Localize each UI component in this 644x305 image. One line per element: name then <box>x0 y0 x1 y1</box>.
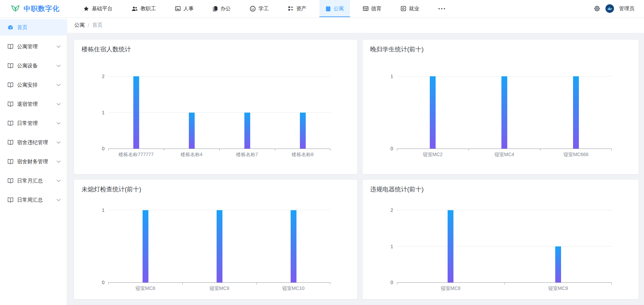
book-icon <box>8 63 13 68</box>
x-axis-label: 楼栋名称4 <box>164 152 219 158</box>
sidebar-item-label: 退宿管理 <box>17 101 57 107</box>
x-axis-labels: 楼栋名称777777楼栋名称4楼栋名称7楼栋名称8 <box>108 152 330 158</box>
nav-item-label: 基础平台 <box>92 5 112 12</box>
nav-item-hr[interactable]: 人事 <box>169 0 200 17</box>
x-axis-tick <box>505 282 505 284</box>
chevron-down-icon <box>57 46 61 48</box>
staff-icon <box>132 6 138 11</box>
plant-logo-icon <box>10 4 21 13</box>
book-icon <box>8 178 13 183</box>
book-icon <box>8 140 13 145</box>
x-axis-label: 寝室MC666 <box>540 152 612 158</box>
breadcrumb-home[interactable]: 首页 <box>92 22 102 28</box>
nav-item-base[interactable]: 基础平台 <box>77 0 119 17</box>
sidebar-item-apartment-equip[interactable]: 公寓设备 <box>0 58 67 74</box>
bar-column <box>108 76 164 149</box>
sidebar-item-label: 公寓安排 <box>17 82 57 88</box>
y-axis-label: 1 <box>390 244 397 249</box>
chevron-down-icon <box>57 141 61 144</box>
bar-column <box>275 113 330 149</box>
sidebar-item-weekly-summary[interactable]: 日常周汇总 <box>0 192 67 208</box>
chart-title: 未熄灯检查统计(前十) <box>82 185 141 193</box>
bar-寝室MC2 <box>430 76 436 149</box>
sidebar-item-label: 日常月汇总 <box>17 178 57 184</box>
chart-plot: 01寝室MC8寝室MC9寝室MC10 <box>108 211 330 283</box>
x-axis-label: 寝室MC2 <box>397 152 469 158</box>
bar-columns <box>108 77 330 149</box>
y-axis-label: 0 <box>390 280 397 285</box>
chevron-down-icon <box>57 103 61 105</box>
nav-item-label: 办公 <box>220 5 231 12</box>
y-axis-label: 0 <box>102 146 108 151</box>
chart-title: 楼栋住宿人数统计 <box>82 45 131 53</box>
chart-plot: 012楼栋名称777777楼栋名称4楼栋名称7楼栋名称8 <box>108 77 330 149</box>
x-axis-label: 寝室MC8 <box>397 285 505 292</box>
moral-icon <box>363 6 368 11</box>
nav-right: 管理员 <box>594 0 644 17</box>
sidebar-item-discipline-mgmt[interactable]: 宿舍违纪管理 <box>0 134 67 151</box>
bar-columns <box>108 211 330 282</box>
office-icon <box>213 6 218 11</box>
sidebar-item-home[interactable]: 首页 <box>0 19 67 36</box>
chart-card-3: 未熄灯检查统计(前十)01寝室MC8寝室MC9寝室MC10 <box>74 180 357 299</box>
bar-column <box>505 246 612 283</box>
sidebar-item-label: 首页 <box>17 24 61 31</box>
nav-item-moral[interactable]: 德育 <box>357 0 388 17</box>
nav-item-asset[interactable]: 资产 <box>282 0 313 17</box>
bar-column <box>397 76 469 149</box>
nav-item-label: 德育 <box>371 5 381 12</box>
chevron-down-icon <box>57 199 61 201</box>
x-axis-label: 楼栋名称8 <box>275 152 330 158</box>
nav-item-label: 人事 <box>183 5 194 12</box>
sidebar-item-apartment-plan[interactable]: 公寓安排 <box>0 77 67 93</box>
x-axis-labels: 寝室MC8寝室MC9 <box>397 285 612 292</box>
bar-楼栋名称8 <box>300 113 306 149</box>
bar-column <box>469 76 540 149</box>
chart-title: 违规电器统计(前十) <box>370 185 424 193</box>
admin-menu[interactable]: 管理员 <box>619 5 634 12</box>
nav-item-employment[interactable]: 就业 <box>394 0 425 17</box>
content: 楼栋住宿人数统计012楼栋名称777777楼栋名称4楼栋名称7楼栋名称8晚归学生… <box>67 33 644 305</box>
nav-item-office[interactable]: 办公 <box>207 0 237 17</box>
y-axis-label: 0 <box>102 280 108 285</box>
nav-item-student[interactable]: 学工 <box>244 0 275 17</box>
x-axis-labels: 寝室MC8寝室MC9寝室MC10 <box>108 285 330 292</box>
x-axis-tick <box>330 149 330 151</box>
bar-column <box>219 113 275 149</box>
hr-icon <box>175 6 181 11</box>
settings-gear-icon[interactable] <box>594 5 600 12</box>
sidebar-item-finance-mgmt[interactable]: 宿舍财务管理 <box>0 153 67 170</box>
sidebar-item-monthly-summary[interactable]: 日常月汇总 <box>0 173 67 189</box>
nav-item-staff[interactable]: 教职工 <box>125 0 162 17</box>
nav-item-label: 公寓 <box>333 5 344 12</box>
nav-menu: 基础平台教职工人事办公学工资产公寓德育就业 <box>74 0 594 17</box>
bar-寝室MC8 <box>448 210 453 282</box>
nav-item-more[interactable] <box>432 0 451 17</box>
dashboard-icon <box>8 25 13 30</box>
x-axis-label: 楼栋名称7 <box>219 152 275 158</box>
x-axis-label: 寝室MC10 <box>256 285 330 292</box>
x-axis-tick <box>275 149 275 151</box>
employment-icon <box>401 6 406 11</box>
sidebar-item-apartment-mgmt[interactable]: 公寓管理 <box>0 38 67 55</box>
sidebar-item-daily-mgmt[interactable]: 日常管理 <box>0 115 67 131</box>
bar-column <box>182 210 256 282</box>
app-logo[interactable]: 中职数字化 <box>0 0 74 17</box>
chart-title: 晚归学生统计(前十) <box>370 45 424 53</box>
x-axis-label: 寝室MC9 <box>182 285 256 292</box>
student-icon <box>250 6 256 12</box>
book-icon <box>8 159 13 164</box>
x-axis-tick <box>108 149 109 151</box>
nav-item-apartment[interactable]: 公寓 <box>319 0 350 17</box>
y-axis-label: 1 <box>102 207 108 213</box>
asset-icon <box>288 6 293 11</box>
chevron-down-icon <box>57 122 61 125</box>
chart-card-1: 楼栋住宿人数统计012楼栋名称777777楼栋名称4楼栋名称7楼栋名称8 <box>74 40 357 174</box>
y-axis-label: 2 <box>390 207 397 213</box>
user-avatar[interactable] <box>605 4 614 13</box>
chart-plot: 01寝室MC2寝室MC4寝室MC666 <box>397 77 612 149</box>
breadcrumb-apartment[interactable]: 公寓 <box>74 22 85 28</box>
x-axis-tick <box>397 149 397 151</box>
x-axis-label: 寝室MC4 <box>469 152 540 158</box>
sidebar-item-checkout-mgmt[interactable]: 退宿管理 <box>0 96 67 112</box>
